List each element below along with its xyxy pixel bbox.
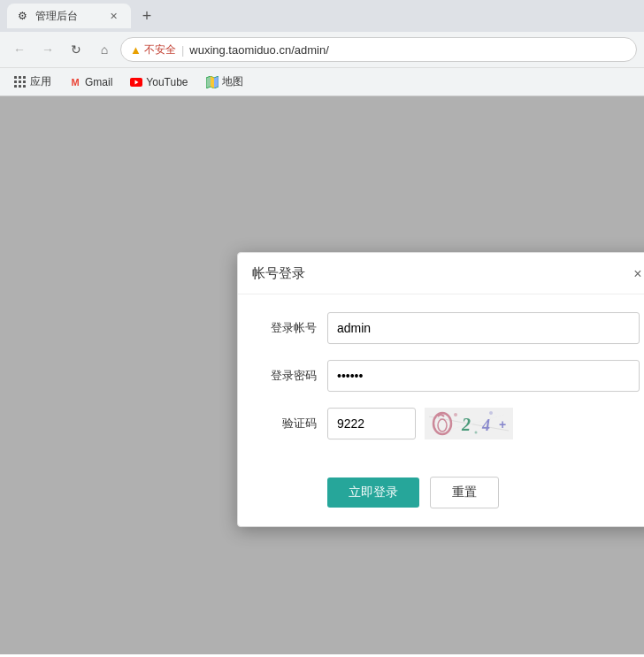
back-button[interactable]: ←	[7, 37, 32, 62]
svg-text:+: +	[499, 417, 506, 432]
address-bar: ← → ↻ ⌂ ▲ 不安全 | wuxing.taomiduo.cn/admin…	[0, 32, 644, 67]
password-label: 登录密码	[259, 368, 317, 384]
bookmark-apps-label: 应用	[30, 74, 51, 89]
dialog-title: 帐号登录	[252, 265, 305, 282]
svg-text:2: 2	[461, 415, 471, 434]
reload-button[interactable]: ↻	[64, 37, 88, 62]
svg-marker-5	[214, 76, 218, 88]
bookmark-youtube[interactable]: YouTube	[123, 73, 195, 91]
captcha-image[interactable]: 2 4 +	[425, 408, 513, 439]
svg-text:4: 4	[481, 416, 490, 434]
new-tab-button[interactable]: +	[134, 4, 159, 28]
dialog-footer: 立即登录 重置	[238, 477, 644, 526]
url-bar[interactable]: ▲ 不安全 | wuxing.taomiduo.cn/admin/	[120, 37, 637, 62]
captcha-input[interactable]	[327, 408, 416, 439]
tab-title: 管理后台	[35, 9, 101, 24]
bookmarks-bar: 应用 M Gmail YouTube	[0, 67, 644, 95]
dialog-body: 登录帐号 登录密码 验证码	[238, 294, 644, 477]
active-tab[interactable]: ⚙ 管理后台 ✕	[7, 4, 131, 28]
apps-icon	[14, 76, 27, 88]
page-content: 老吴搭建教程 weixiaolive.com 帐号登录 × 登录帐号 登录密码	[0, 96, 644, 654]
browser-chrome: ⚙ 管理后台 ✕ + ← → ↻ ⌂ ▲ 不安全 | wuxing.taomid…	[0, 0, 644, 96]
dialog-header: 帐号登录 ×	[238, 253, 644, 294]
submit-button[interactable]: 立即登录	[327, 477, 419, 508]
bookmark-gmail-label: Gmail	[85, 76, 112, 88]
gmail-icon: M	[69, 76, 81, 88]
svg-point-15	[475, 431, 478, 433]
bookmark-maps-label: 地图	[222, 74, 243, 89]
svg-point-14	[454, 413, 457, 416]
tab-bar: ⚙ 管理后台 ✕ +	[0, 0, 644, 32]
maps-icon	[206, 76, 218, 88]
login-dialog: 帐号登录 × 登录帐号 登录密码 验证码	[237, 252, 644, 527]
bookmark-apps[interactable]: 应用	[7, 72, 58, 92]
captcha-row: 验证码	[259, 408, 640, 439]
security-label: 不安全	[144, 42, 176, 57]
url-separator: |	[181, 43, 184, 57]
svg-marker-4	[211, 76, 214, 88]
captcha-container: 2 4 +	[327, 408, 513, 439]
security-warning: ▲ 不安全	[130, 42, 176, 57]
tab-close-button[interactable]: ✕	[106, 9, 120, 23]
username-label: 登录帐号	[259, 320, 317, 336]
home-button[interactable]: ⌂	[92, 37, 117, 62]
password-input[interactable]	[327, 360, 640, 392]
username-input[interactable]	[327, 312, 640, 344]
dialog-close-button[interactable]: ×	[629, 265, 644, 283]
username-row: 登录帐号	[259, 312, 640, 344]
bookmark-maps[interactable]: 地图	[199, 72, 250, 92]
svg-marker-3	[206, 76, 211, 88]
url-text: wuxing.taomiduo.cn/admin/	[189, 43, 329, 57]
tab-favicon: ⚙	[18, 10, 30, 22]
youtube-icon	[130, 76, 142, 88]
warning-icon: ▲	[130, 43, 142, 57]
forward-button[interactable]: →	[35, 37, 60, 62]
dialog-overlay: 帐号登录 × 登录帐号 登录密码 验证码	[0, 96, 644, 654]
password-row: 登录密码	[259, 360, 640, 392]
bookmark-youtube-label: YouTube	[146, 76, 188, 88]
svg-point-16	[489, 411, 493, 415]
reset-button[interactable]: 重置	[430, 477, 499, 508]
bookmark-gmail[interactable]: M Gmail	[62, 73, 119, 91]
captcha-label: 验证码	[259, 416, 317, 432]
